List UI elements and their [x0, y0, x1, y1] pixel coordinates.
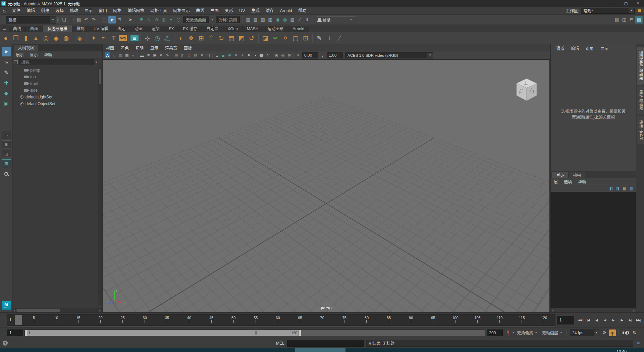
revolve-icon[interactable]: ↻: [216, 33, 226, 43]
combine-icon[interactable]: ❖: [186, 33, 196, 43]
boolean-icon[interactable]: ◐: [176, 33, 186, 43]
drag-handle[interactable]: [2, 317, 5, 323]
snap-to-projected-center-icon[interactable]: ◎: [160, 16, 167, 24]
isolate-select-icon[interactable]: ◘: [214, 52, 220, 58]
lighting-icon[interactable]: ◐: [130, 52, 137, 58]
wire-cube-icon[interactable]: ▢: [290, 33, 301, 43]
grid-toggle-icon[interactable]: ⊞: [173, 52, 179, 58]
list-item[interactable]: top: [13, 74, 102, 80]
bevel-icon[interactable]: ◪: [260, 33, 270, 43]
sync-layer-icon[interactable]: ◧: [608, 186, 614, 191]
toggle-attribute-editor-icon[interactable]: ◫: [621, 16, 628, 24]
range-start-handle[interactable]: [25, 330, 27, 336]
outliner-vertical-scrollbar[interactable]: ▲ ▼: [98, 67, 102, 308]
lights-icon[interactable]: ✳: [239, 52, 246, 58]
channel-box-menu[interactable]: 通道: [553, 45, 568, 51]
layer-editor-tab[interactable]: 显示: [552, 172, 568, 178]
menubar-item[interactable]: 修改: [67, 7, 81, 15]
playback-range-bar[interactable]: 1 120: [25, 330, 301, 336]
scroll-left-icon[interactable]: ◀: [552, 309, 553, 312]
sign-in-button[interactable]: 登录▼: [316, 16, 356, 23]
menubar-item[interactable]: 曲面: [207, 7, 222, 15]
outliner-menu[interactable]: 显示: [27, 52, 41, 57]
shelf-tab[interactable]: 曲线: [9, 25, 26, 32]
textured-icon[interactable]: ▦: [124, 52, 130, 58]
exposure-field[interactable]: 0.00: [302, 52, 318, 58]
retopo-icon[interactable]: ↺: [247, 33, 257, 43]
scrollbar-handle[interactable]: [16, 309, 60, 312]
range-drag-grip[interactable]: [255, 331, 257, 335]
layout-four-pane[interactable]: ⊞: [2, 140, 11, 148]
symmetry-field[interactable]: 对称: 禁用: [216, 16, 240, 23]
shelf-tab[interactable]: MASH: [243, 25, 263, 32]
render-sequence-icon[interactable]: ▥: [289, 16, 296, 24]
menubar-item[interactable]: 网格: [110, 7, 124, 15]
select-tool[interactable]: ➤: [2, 47, 11, 56]
poly-sphere-icon[interactable]: ●: [1, 33, 11, 43]
play-backwards-button[interactable]: ◀: [601, 316, 609, 324]
poly-disc-icon[interactable]: ◍: [61, 33, 71, 43]
camera-attributes-icon[interactable]: ▬: [139, 52, 145, 58]
measure-icon[interactable]: ⌶: [324, 33, 334, 43]
viewport-menu[interactable]: 视图: [103, 45, 117, 51]
menubar-item[interactable]: 窗口: [96, 7, 110, 15]
shelf-tab[interactable]: 雕刻: [72, 25, 89, 32]
scroll-down-icon[interactable]: ▼: [99, 306, 101, 308]
lasso-tool[interactable]: ∿: [2, 57, 11, 67]
live-surface-field[interactable]: 无激活曲面: [183, 16, 209, 23]
make-live-icon[interactable]: ⬡: [175, 16, 182, 24]
current-frame-cursor[interactable]: [15, 315, 22, 325]
color-space-select[interactable]: ACES 1.0 SDR-video (sRGB)▼: [345, 52, 433, 58]
poly-plane-icon[interactable]: ◆: [51, 33, 61, 43]
new-scene-icon[interactable]: ❏: [60, 16, 68, 24]
menubar-item[interactable]: 编辑: [23, 7, 38, 15]
viewport-menu[interactable]: 显示: [147, 45, 162, 51]
chevron-down-icon[interactable]: ▼: [95, 61, 98, 64]
drag-handle[interactable]: [2, 16, 5, 23]
menubar-item[interactable]: 创建: [38, 7, 52, 15]
select-by-component-icon[interactable]: ⊡: [116, 16, 123, 24]
shelf-tab[interactable]: 运动图形: [263, 25, 288, 32]
shelf-tab[interactable]: UV 编辑: [89, 25, 113, 32]
fog-icon[interactable]: ◉: [273, 52, 280, 58]
chevron-down-icon[interactable]: ▼: [211, 18, 214, 21]
empty-layer-icon[interactable]: ▤: [622, 186, 627, 191]
redo-icon[interactable]: ↷: [90, 16, 97, 24]
script-editor-icon[interactable]: ⊞: [636, 341, 641, 346]
anim-layer-dropdown[interactable]: 无动画层▼: [540, 330, 565, 336]
pan-zoom-icon[interactable]: ✥: [158, 52, 164, 58]
origin-locator-icon[interactable]: ❄0,0,0: [162, 33, 172, 43]
grease-pencil-icon[interactable]: ✎: [314, 33, 324, 43]
shelf-tab[interactable]: Arnold: [288, 25, 309, 32]
anti-alias-icon[interactable]: ∿: [265, 52, 271, 58]
snap-to-curve-icon[interactable]: ∿: [145, 16, 153, 24]
list-item[interactable]: defaultLightSet: [13, 94, 102, 100]
time-slider[interactable]: 1 51015202530354045505560657075808590951…: [7, 314, 555, 326]
outliner-tab[interactable]: 大纲视图: [14, 45, 38, 51]
range-slider-track[interactable]: 1 120: [24, 329, 485, 336]
list-item[interactable]: defaultObjectSet: [13, 100, 102, 107]
layer-menu[interactable]: 选项: [561, 179, 575, 184]
extrude-icon[interactable]: ⇧: [206, 33, 216, 43]
command-input[interactable]: [287, 340, 364, 347]
field-chart-icon[interactable]: ⌗: [199, 52, 205, 58]
svg-tool-icon[interactable]: svg: [119, 35, 127, 41]
set-key-icon[interactable]: [507, 331, 509, 333]
shelf-menu-icon[interactable]: ☰: [0, 25, 9, 32]
scroll-up-icon[interactable]: ▲: [99, 67, 101, 69]
playback-options-icon[interactable]: ↻: [631, 329, 638, 337]
step-back-key-button[interactable]: ◀|: [592, 316, 601, 324]
animation-start-field[interactable]: 1: [7, 329, 23, 336]
hypershade-icon[interactable]: ◎: [281, 16, 289, 24]
paint-select-tool[interactable]: ✎: [2, 68, 11, 77]
render-settings-icon[interactable]: ▥: [259, 16, 267, 24]
sweep-mesh-icon[interactable]: ▦: [130, 35, 139, 41]
smooth-mesh-icon[interactable]: ▦: [226, 33, 236, 43]
snap-to-point-icon[interactable]: ⊙: [153, 16, 160, 24]
shadows-icon[interactable]: ✸: [246, 52, 252, 58]
select-highlight-icon[interactable]: A: [105, 52, 110, 58]
channel-box-menu[interactable]: 编辑: [568, 45, 582, 51]
ipr-render-icon[interactable]: ▥: [252, 16, 259, 24]
launch-app-icon[interactable]: ✓: [296, 16, 304, 24]
view-cube[interactable]: 上 前 右: [514, 76, 539, 104]
